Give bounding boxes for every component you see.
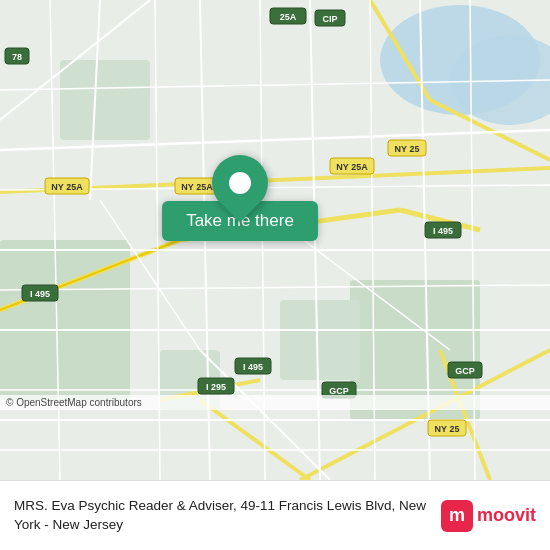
svg-text:I 495: I 495 <box>433 226 453 236</box>
svg-rect-6 <box>280 300 360 380</box>
svg-rect-3 <box>0 240 130 400</box>
map-view: NY 25A NY 25A NY 25A NY 25 NY 25 I 495 I… <box>0 0 550 480</box>
info-bar: MRS. Eva Psychic Reader & Adviser, 49-11… <box>0 480 550 550</box>
place-info: MRS. Eva Psychic Reader & Adviser, 49-11… <box>14 497 441 535</box>
moovit-logo: m moovit <box>441 500 536 532</box>
svg-text:NY 25: NY 25 <box>435 424 460 434</box>
moovit-brand-name: moovit <box>477 505 536 526</box>
moovit-icon: m <box>441 500 473 532</box>
svg-text:GCP: GCP <box>455 366 475 376</box>
svg-text:NY 25: NY 25 <box>395 144 420 154</box>
copyright-text: © OpenStreetMap contributors <box>6 397 142 408</box>
copyright-bar: © OpenStreetMap contributors <box>0 395 550 410</box>
svg-text:I 295: I 295 <box>206 382 226 392</box>
svg-text:I 495: I 495 <box>243 362 263 372</box>
svg-rect-5 <box>60 60 150 140</box>
svg-text:NY 25A: NY 25A <box>51 182 83 192</box>
svg-text:25A: 25A <box>280 12 297 22</box>
cta-container: Take me there <box>130 155 350 241</box>
place-title: MRS. Eva Psychic Reader & Adviser, 49-11… <box>14 497 441 535</box>
svg-text:I 495: I 495 <box>30 289 50 299</box>
svg-text:CIP: CIP <box>322 14 337 24</box>
svg-text:78: 78 <box>12 52 22 62</box>
